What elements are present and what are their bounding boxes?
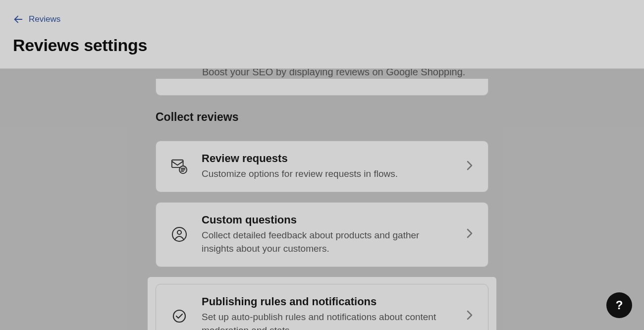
chevron-right-icon <box>466 310 476 323</box>
page-header: Reviews Reviews settings <box>0 0 644 69</box>
highlighted-card-wrap: Publishing rules and notifications Set u… <box>148 277 496 330</box>
chevron-right-icon <box>466 160 476 173</box>
back-link-label: Reviews <box>29 14 60 24</box>
content-area: Boost your SEO by displaying reviews on … <box>0 69 644 330</box>
card-description: Collect detailed feedback about products… <box>202 228 452 256</box>
page-title: Reviews settings <box>13 36 631 55</box>
help-button[interactable]: ? <box>606 292 632 318</box>
help-icon: ? <box>616 298 623 312</box>
partial-card-description: Boost your SEO by displaying reviews on … <box>156 69 488 79</box>
svg-point-4 <box>177 230 181 234</box>
check-circle-icon <box>171 309 188 324</box>
card-description: Set up auto-publish rules and notificati… <box>202 310 452 330</box>
section-title: Collect reviews <box>156 110 488 124</box>
card-publishing-rules[interactable]: Publishing rules and notifications Set u… <box>156 284 488 330</box>
card-description: Customize options for review requests in… <box>202 167 452 181</box>
card-title: Publishing rules and notifications <box>202 295 452 308</box>
svg-point-5 <box>173 310 185 322</box>
back-link[interactable]: Reviews <box>13 14 60 25</box>
card-title: Custom questions <box>202 214 452 226</box>
card-custom-questions[interactable]: Custom questions Collect detailed feedba… <box>156 202 488 267</box>
card-title: Review requests <box>202 152 452 165</box>
mail-chat-icon <box>171 158 188 175</box>
chevron-right-icon <box>466 228 476 241</box>
arrow-left-icon <box>13 14 24 25</box>
person-circle-icon <box>171 226 188 242</box>
partial-card[interactable]: Boost your SEO by displaying reviews on … <box>156 69 488 96</box>
partial-card-border <box>156 79 488 96</box>
card-review-requests[interactable]: Review requests Customize options for re… <box>156 141 488 192</box>
